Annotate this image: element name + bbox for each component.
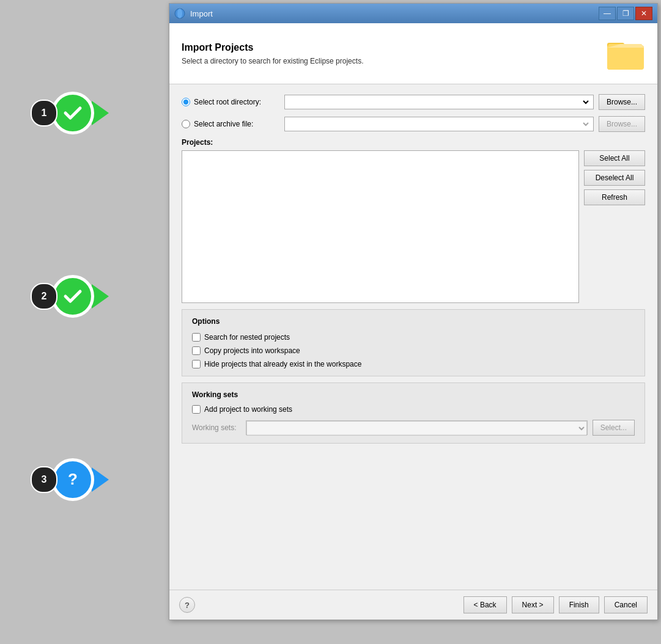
projects-area: Select All Deselect All Refresh [182, 150, 645, 303]
help-button[interactable]: ? [179, 597, 195, 613]
hide-projects-row: Hide projects that already exist in the … [192, 360, 635, 368]
step-2-checkmark-icon [62, 285, 84, 307]
projects-list[interactable] [182, 150, 579, 303]
refresh-button[interactable]: Refresh [584, 189, 645, 205]
browse-archive-button[interactable]: Browse... [599, 116, 645, 132]
add-to-working-sets-row: Add project to working sets [192, 405, 635, 414]
search-nested-checkbox[interactable] [192, 333, 201, 342]
dialog-subtitle: Select a directory to search for existin… [182, 57, 363, 65]
browse-root-button[interactable]: Browse... [599, 94, 645, 110]
hide-projects-label: Hide projects that already exist in the … [204, 360, 361, 368]
select-root-radio-label[interactable]: Select root directory: [182, 98, 279, 106]
add-to-working-sets-checkbox[interactable] [192, 405, 201, 414]
step-3-arrow [92, 467, 109, 492]
titlebar-controls[interactable]: — ❐ ✕ [599, 7, 652, 20]
options-title: Options [192, 317, 635, 326]
copy-projects-row: Copy projects into workspace [192, 346, 635, 355]
dialog-content: Import Projects Select a directory to se… [169, 23, 657, 620]
steps-sidebar: 1 2 3 [31, 92, 109, 501]
cancel-button[interactable]: Cancel [604, 596, 648, 613]
working-sets-combo[interactable] [246, 420, 588, 435]
select-all-button[interactable]: Select All [584, 150, 645, 166]
dialog-footer: ? < Back Next > Finish Cancel [169, 590, 657, 620]
dialog-header: Import Projects Select a directory to se… [169, 23, 657, 84]
archive-file-select[interactable] [287, 117, 591, 131]
select-archive-radio[interactable] [182, 120, 190, 128]
search-nested-row: Search for nested projects [192, 333, 635, 342]
working-sets-title: Working sets [192, 390, 635, 399]
step-3-badge: 3 ? [31, 458, 109, 501]
eclipse-icon [174, 8, 185, 19]
root-directory-select[interactable] [287, 95, 591, 109]
select-archive-radio-label[interactable]: Select archive file: [182, 120, 279, 128]
maximize-button[interactable]: ❐ [617, 7, 634, 20]
projects-buttons: Select All Deselect All Refresh [584, 150, 645, 303]
svg-point-2 [177, 9, 182, 18]
archive-file-combo[interactable] [284, 117, 594, 131]
step-3-question-icon: ? [62, 469, 84, 491]
close-button[interactable]: ✕ [635, 7, 652, 20]
copy-projects-label: Copy projects into workspace [204, 346, 300, 355]
projects-label: Projects: [182, 138, 645, 147]
step-1-number: 1 [31, 100, 57, 126]
folder-icon [606, 34, 645, 73]
step-3-number: 3 [31, 466, 57, 493]
titlebar-title: Import [190, 9, 213, 18]
working-sets-select-button[interactable]: Select... [593, 420, 635, 436]
options-section: Options Search for nested projects Copy … [182, 309, 645, 376]
step-2-badge: 2 [31, 275, 109, 318]
next-button[interactable]: Next > [512, 596, 554, 613]
minimize-button[interactable]: — [599, 7, 616, 20]
step-1-badge: 1 [31, 92, 109, 134]
step-1-checkmark-icon [62, 102, 84, 124]
finish-button[interactable]: Finish [559, 596, 599, 613]
step-2-check [51, 275, 94, 318]
import-dialog: Import — ❐ ✕ Import Projects Select a di… [169, 3, 658, 620]
titlebar-left: Import [174, 8, 213, 19]
copy-projects-checkbox[interactable] [192, 346, 201, 355]
add-to-working-sets-label: Add project to working sets [204, 405, 292, 414]
search-nested-label: Search for nested projects [204, 333, 290, 342]
projects-section: Projects: Select All Deselect All Refres… [182, 138, 645, 303]
step-2-arrow [92, 284, 109, 309]
working-sets-row: Working sets: Select... [192, 420, 635, 436]
deselect-all-button[interactable]: Deselect All [584, 170, 645, 186]
step-2-number: 2 [31, 283, 57, 310]
working-sets-section: Working sets Add project to working sets… [182, 382, 645, 444]
root-directory-row: Select root directory: Browse... [182, 94, 645, 110]
svg-text:?: ? [68, 470, 78, 488]
select-root-radio[interactable] [182, 98, 190, 106]
dialog-header-text: Import Projects Select a directory to se… [182, 42, 363, 65]
titlebar: Import — ❐ ✕ [169, 4, 657, 23]
dialog-title: Import Projects [182, 42, 363, 53]
dialog-form: Select root directory: Browse... Select … [169, 84, 657, 590]
working-sets-select[interactable] [246, 421, 587, 436]
svg-rect-8 [607, 48, 644, 68]
hide-projects-checkbox[interactable] [192, 360, 201, 368]
back-button[interactable]: < Back [463, 596, 507, 613]
archive-file-row: Select archive file: Browse... [182, 116, 645, 132]
step-1-arrow [92, 101, 109, 125]
step-3-check: ? [51, 458, 94, 501]
step-1-check [51, 92, 94, 134]
root-directory-combo[interactable] [284, 95, 594, 109]
working-sets-label: Working sets: [192, 423, 241, 432]
